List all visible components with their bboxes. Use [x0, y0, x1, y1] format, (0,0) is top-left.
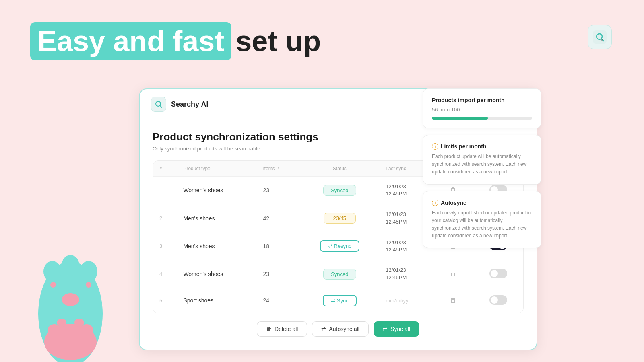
status-badge-sync[interactable]: ⇄ Sync [323, 295, 357, 306]
date-text: 12/01/2312:45PM [386, 183, 407, 197]
svg-point-9 [80, 261, 97, 282]
row-product-type: Sport shoes [177, 288, 256, 313]
status-badge-synced: Synced [323, 185, 356, 196]
date-text: 12/01/2312:45PM [386, 211, 407, 224]
row-product-type: Men's shoes [177, 232, 256, 260]
svg-point-7 [43, 261, 61, 282]
date-placeholder: mm/dd/yy [386, 298, 408, 304]
table-toolbar: 🗑 Delete all ⇄ Autosync all ⇄ Sync all [153, 321, 524, 337]
svg-point-18 [50, 282, 56, 288]
svg-line-5 [160, 106, 162, 108]
app-title: Searchy AI [171, 100, 208, 109]
row-num: 5 [153, 288, 177, 313]
limits-card: i Limits per month Each product update w… [423, 135, 541, 185]
row-items: 23 [257, 177, 300, 204]
import-card: Products import per month 56 from 100 [423, 88, 541, 128]
autosync-toggle[interactable] [489, 269, 507, 278]
sidebar-panel: Products import per month 56 from 100 i … [423, 88, 541, 248]
col-header-items: Items # [257, 161, 300, 177]
table-row: 4Women's shoes23Synced12/01/2312:45PM🗑 [153, 260, 523, 288]
row-last-sync: mm/dd/yy [379, 288, 433, 313]
row-status[interactable]: 23/45 [300, 204, 380, 232]
row-delete[interactable]: 🗑 [433, 288, 474, 313]
hero-normal: set up [235, 25, 321, 57]
autosync-toggle[interactable] [489, 295, 507, 305]
delete-row-button[interactable]: 🗑 [448, 269, 458, 279]
row-product-type: Men's shoes [177, 204, 256, 232]
status-badge-synced: Synced [323, 269, 356, 280]
info-icon-limits: i [432, 143, 438, 150]
svg-point-8 [62, 255, 79, 276]
limits-card-title: i Limits per month [432, 143, 532, 150]
row-status[interactable]: ⇄ Sync [300, 288, 380, 313]
toggle-slider [489, 295, 507, 305]
progress-bar-bg [432, 117, 532, 120]
svg-rect-0 [593, 30, 607, 44]
autosync-card: i Autosync Each newly unpublished or upd… [423, 191, 541, 249]
row-num: 3 [153, 232, 177, 260]
trash-icon: 🗑 [266, 326, 272, 332]
status-badge-partial: 23/45 [324, 213, 356, 224]
row-delete[interactable]: 🗑 [433, 260, 474, 288]
row-status[interactable]: Synced [300, 177, 380, 204]
progress-bar-fill [432, 117, 488, 120]
delete-row-button[interactable]: 🗑 [448, 295, 458, 306]
row-status[interactable]: ⇄ Resync [300, 232, 380, 260]
hero-section: Easy and fastset up [30, 22, 321, 60]
hero-highlight: Easy and fast [30, 22, 231, 60]
import-card-count: 56 from 100 [432, 107, 532, 113]
date-text: 12/01/2312:45PM [386, 239, 407, 253]
row-product-type: Women's shoes [177, 260, 256, 288]
row-last-sync: 12/01/2312:45PM [379, 260, 433, 288]
sync-all-button[interactable]: ⇄ Sync all [374, 321, 419, 337]
date-text: 12/01/2312:45PM [386, 267, 407, 280]
autosync-all-button[interactable]: ⇄ Autosync all [312, 321, 368, 337]
row-items: 23 [257, 260, 300, 288]
row-items: 24 [257, 288, 300, 313]
row-product-type: Women's shoes [177, 177, 256, 204]
col-header-status: Status [300, 161, 380, 177]
svg-point-17 [62, 293, 79, 306]
row-num: 4 [153, 260, 177, 288]
svg-point-15 [57, 319, 66, 327]
col-header-num: # [153, 161, 177, 177]
import-card-title: Products import per month [432, 97, 532, 103]
svg-point-16 [74, 319, 84, 327]
row-autosync-toggle[interactable] [474, 288, 523, 313]
app-logo [151, 97, 166, 112]
svg-point-19 [86, 282, 91, 288]
row-status[interactable]: Synced [300, 260, 380, 288]
status-badge-resync[interactable]: ⇄ Resync [320, 240, 359, 252]
autosync-card-body: Each newly unpublished or updated produc… [432, 209, 532, 240]
autosync-card-title: i Autosync [432, 200, 532, 206]
limits-card-body: Each product update will be automaticall… [432, 153, 532, 176]
table-row: 5Sport shoes24⇄ Syncmm/dd/yy🗑 [153, 288, 523, 313]
delete-all-button[interactable]: 🗑 Delete all [257, 321, 307, 337]
col-header-product-type: Product type [177, 161, 256, 177]
row-items: 42 [257, 204, 300, 232]
row-autosync-toggle[interactable] [474, 260, 523, 288]
top-right-app-icon[interactable] [588, 25, 612, 49]
info-icon-autosync: i [432, 200, 438, 206]
sync-icon: ⇄ [321, 326, 326, 332]
row-items: 18 [257, 232, 300, 260]
row-num: 2 [153, 204, 177, 232]
toggle-slider [489, 269, 507, 278]
paw-illustration [24, 193, 117, 362]
svg-point-3 [601, 39, 603, 41]
row-num: 1 [153, 177, 177, 204]
sync-all-icon: ⇄ [383, 326, 388, 332]
